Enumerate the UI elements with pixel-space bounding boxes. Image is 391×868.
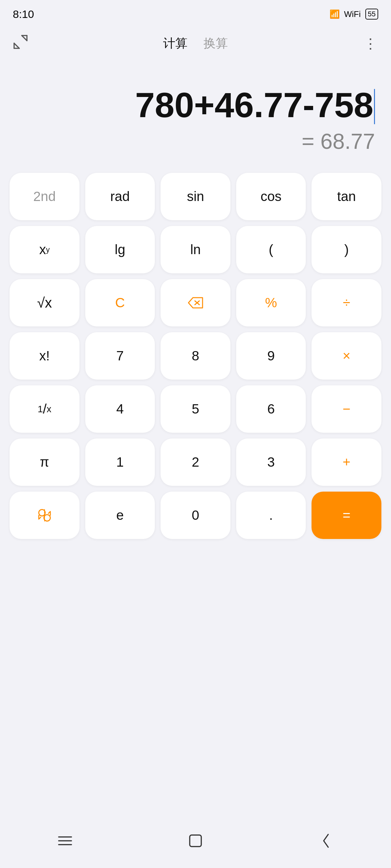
- key-backspace[interactable]: [161, 279, 230, 327]
- svg-rect-14: [190, 835, 201, 846]
- wifi-icon: WiFi: [344, 9, 361, 19]
- key-add[interactable]: +: [311, 438, 381, 486]
- key-xy[interactable]: xy: [9, 226, 80, 273]
- key-rand[interactable]: [9, 492, 80, 539]
- key-0[interactable]: 0: [161, 492, 230, 539]
- svg-line-5: [22, 35, 27, 41]
- expression-display: 780+46.77-758: [135, 86, 375, 125]
- key-rad[interactable]: rad: [85, 173, 155, 220]
- battery-icon: 55: [365, 9, 378, 20]
- nav-home-button[interactable]: [183, 828, 208, 854]
- signal-icon: 📶: [330, 9, 340, 19]
- key-tan[interactable]: tan: [311, 173, 381, 220]
- display-area: 780+46.77-758 = 68.77: [0, 58, 391, 160]
- key-1[interactable]: 1: [85, 438, 155, 486]
- nav-calc[interactable]: 计算: [163, 35, 188, 52]
- key-divide[interactable]: ÷: [311, 279, 381, 327]
- key-4[interactable]: 4: [85, 385, 155, 433]
- bottom-nav: [0, 823, 391, 868]
- key-equals[interactable]: =: [311, 492, 381, 539]
- status-bar: 8:10 📶 WiFi 55: [0, 0, 391, 26]
- key-subtract[interactable]: −: [311, 385, 381, 433]
- key-row-7: e 0 . =: [9, 492, 381, 539]
- key-clear[interactable]: C: [85, 279, 155, 327]
- key-8[interactable]: 8: [161, 332, 230, 380]
- status-time: 8:10: [13, 8, 34, 21]
- key-9[interactable]: 9: [236, 332, 306, 380]
- key-row-4: x! 7 8 9 ×: [9, 332, 381, 380]
- key-decimal[interactable]: .: [236, 492, 306, 539]
- key-row-5: 1/x 4 5 6 −: [9, 385, 381, 433]
- svg-line-0: [14, 43, 19, 48]
- header-right: ⋮: [353, 35, 378, 52]
- key-3[interactable]: 3: [236, 438, 306, 486]
- key-2[interactable]: 2: [161, 438, 230, 486]
- nav-menu-button[interactable]: [52, 828, 78, 854]
- key-lg[interactable]: lg: [85, 226, 155, 273]
- key-row-3: √x C % ÷: [9, 279, 381, 327]
- key-sqrt[interactable]: √x: [9, 279, 80, 327]
- key-cos[interactable]: cos: [236, 173, 306, 220]
- keyboard: 2nd rad sin cos tan xy lg ln ( ) √x C % …: [0, 166, 391, 546]
- header: 计算 换算 ⋮: [0, 26, 391, 58]
- key-percent[interactable]: %: [236, 279, 306, 327]
- key-open-paren[interactable]: (: [236, 226, 306, 273]
- key-row-1: 2nd rad sin cos tan: [9, 173, 381, 220]
- key-multiply[interactable]: ×: [311, 332, 381, 380]
- header-left: [13, 34, 38, 53]
- svg-point-9: [44, 515, 50, 521]
- more-icon[interactable]: ⋮: [363, 35, 378, 52]
- key-row-2: xy lg ln ( ): [9, 226, 381, 273]
- key-2nd[interactable]: 2nd: [9, 173, 80, 220]
- key-row-6: π 1 2 3 +: [9, 438, 381, 486]
- key-reciprocal[interactable]: 1/x: [9, 385, 80, 433]
- cursor: [374, 89, 375, 124]
- nav-back-button[interactable]: [313, 828, 339, 854]
- header-nav: 计算 换算: [163, 35, 228, 52]
- nav-convert[interactable]: 换算: [203, 35, 228, 52]
- key-pi[interactable]: π: [9, 438, 80, 486]
- key-ln[interactable]: ln: [161, 226, 230, 273]
- key-factorial[interactable]: x!: [9, 332, 80, 380]
- expression-text: 780+46.77-758: [135, 85, 373, 124]
- key-sin[interactable]: sin: [161, 173, 230, 220]
- key-6[interactable]: 6: [236, 385, 306, 433]
- status-icons: 📶 WiFi 55: [330, 9, 378, 20]
- collapse-icon[interactable]: [13, 39, 28, 52]
- key-e[interactable]: e: [85, 492, 155, 539]
- result-display: = 68.77: [302, 129, 375, 154]
- key-5[interactable]: 5: [161, 385, 230, 433]
- key-7[interactable]: 7: [85, 332, 155, 380]
- key-close-paren[interactable]: ): [311, 226, 381, 273]
